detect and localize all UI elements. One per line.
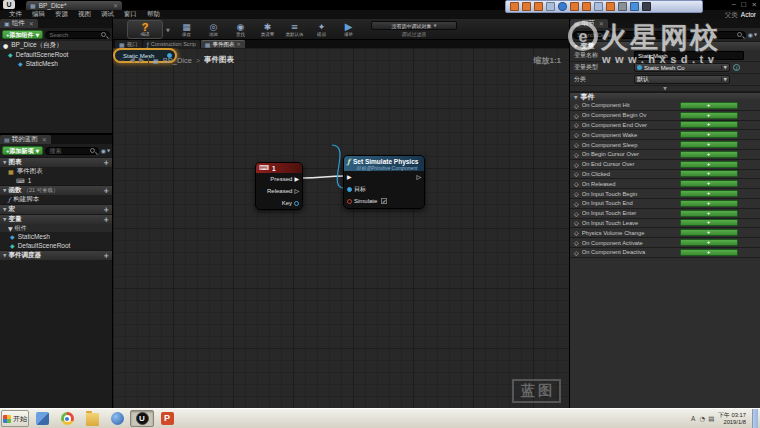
tab-viewport[interactable]: ▦视口	[115, 40, 142, 48]
add-event-button-2[interactable]: +	[680, 121, 738, 128]
exec-pin-released[interactable]: ▷	[294, 188, 299, 194]
add-event-button-11[interactable]: +	[680, 210, 738, 217]
unreal-editor-taskbar-button[interactable]: U	[130, 410, 154, 427]
simulate-input-pin[interactable]	[347, 199, 352, 204]
details-tab-close-icon[interactable]: ✕	[599, 20, 604, 27]
minimize-icon[interactable]: ─	[732, 0, 736, 10]
exec-out-pin[interactable]: ▷	[416, 174, 421, 180]
item-event-graph[interactable]: ▦事件图表	[0, 167, 112, 176]
tab-event-graph[interactable]: ▦事件图表✕	[201, 40, 245, 48]
tray-icon-1[interactable]: ▤	[708, 415, 714, 423]
rec-quick-select-icon[interactable]	[582, 2, 591, 11]
add-section-variables-button[interactable]: +	[103, 216, 109, 224]
add-event-button-1[interactable]: +	[680, 112, 738, 119]
section-functions[interactable]: ▼函数（21 可重载）+	[0, 185, 112, 195]
rec-capture-3-icon[interactable]	[534, 2, 543, 11]
component-bp-dice[interactable]: ●BP_Dice（自身）	[0, 41, 112, 50]
details-search[interactable]	[573, 31, 746, 39]
section-event-dispatchers[interactable]: ▼事件调度器+	[0, 250, 112, 260]
maximize-icon[interactable]: ☐	[741, 0, 747, 10]
rec-broadcast-icon[interactable]	[606, 2, 615, 11]
menu-item-5[interactable]: 窗口	[119, 10, 142, 19]
add-section-graphs-button[interactable]: +	[103, 159, 109, 167]
add-event-button-8[interactable]: +	[680, 180, 738, 187]
simulate-checkbox[interactable]: ✓	[381, 198, 387, 204]
tab-event-graph-close-icon[interactable]: ✕	[236, 41, 240, 47]
debug-object-dropdown[interactable]: 没有选中调试对象▼	[371, 21, 457, 30]
section-graphs[interactable]: ▼图表+	[0, 157, 112, 167]
add-event-button-13[interactable]: +	[680, 229, 738, 236]
save-button[interactable]: ▦保存	[173, 20, 200, 39]
item-default-scene-root[interactable]: ◆DefaultSceneRoot	[0, 241, 112, 250]
tab-my-blueprint[interactable]: ▤ 我的蓝图 ✕	[0, 135, 51, 144]
add-event-button-0[interactable]: +	[680, 102, 738, 109]
breadcrumb-root[interactable]: BP_Dice	[163, 56, 192, 65]
section-variables[interactable]: ▼变量+	[0, 214, 112, 224]
back-icon[interactable]: ◀	[129, 56, 134, 64]
add-section-event-dispatchers-button[interactable]: +	[103, 252, 109, 260]
forward-icon[interactable]: ▶	[139, 56, 144, 64]
start-button[interactable]: 开始	[1, 410, 29, 427]
components-tab-close-icon[interactable]: ✕	[29, 20, 34, 27]
play-button[interactable]: ▶播放	[335, 20, 362, 39]
rec-inactive-2-icon[interactable]	[594, 2, 603, 11]
bookmark-star-icon[interactable]: ☆	[119, 56, 125, 64]
details-search-input[interactable]	[577, 32, 737, 38]
add-new-button[interactable]: +添加新项▼	[2, 146, 43, 155]
target-input-pin[interactable]	[347, 187, 352, 192]
type-info-icon[interactable]: i	[733, 64, 740, 71]
tray-icon-0[interactable]: ◔	[699, 415, 705, 423]
compile-button[interactable]: ? 编译	[127, 20, 163, 39]
powerpoint-taskbar-button[interactable]: P	[155, 410, 179, 427]
variable-type-dropdown[interactable]: Static Mesh Co ▼	[634, 63, 730, 72]
image-viewer-taskbar-button[interactable]	[30, 410, 54, 427]
compile-options-caret-icon[interactable]: ▼	[166, 27, 170, 33]
add-event-button-10[interactable]: +	[680, 200, 738, 207]
add-event-button-14[interactable]: +	[680, 239, 738, 246]
exec-pin-pressed[interactable]: ▶	[294, 176, 299, 182]
my-blueprint-search-input[interactable]	[49, 148, 89, 154]
menu-item-3[interactable]: 视图	[73, 10, 96, 19]
rec-camera-icon[interactable]	[642, 2, 651, 11]
node-key-1-event[interactable]: ⌨ 1 Pressed ▶ Released ▷ Key	[255, 162, 303, 210]
event-graph-canvas[interactable]: ☆ ◀ ▶ ▦ BP_Dice > 事件图表 缩放1:1 Static Mesh…	[113, 48, 569, 408]
chrome-taskbar-button[interactable]	[55, 410, 79, 427]
my-blueprint-search[interactable]	[45, 147, 98, 155]
item-static-mesh[interactable]: ◆StaticMesh	[0, 232, 112, 241]
components-search[interactable]	[45, 31, 110, 39]
taskbar-clock[interactable]: 下午 03:17 2019/1/8	[718, 412, 748, 425]
close-icon[interactable]: ✕	[752, 0, 757, 10]
rec-screens-icon[interactable]	[630, 2, 639, 11]
rec-capture-2-icon[interactable]	[522, 2, 531, 11]
add-event-button-3[interactable]: +	[680, 131, 738, 138]
tab-components[interactable]: ▣ 组件 ✕	[0, 19, 38, 28]
visibility-filter-button[interactable]: ◉▼	[101, 147, 110, 154]
find-button[interactable]: ◉查找	[227, 20, 254, 39]
tab-construction-script[interactable]: ƒConstruction Scrip	[143, 40, 200, 48]
variable-section-header[interactable]: ▼ 变量	[570, 41, 760, 50]
menu-item-1[interactable]: 编辑	[27, 10, 50, 19]
add-event-button-7[interactable]: +	[680, 170, 738, 177]
add-event-button-6[interactable]: +	[680, 161, 738, 168]
section-macros[interactable]: ▼宏+	[0, 204, 112, 214]
menu-item-6[interactable]: 帮助	[142, 10, 165, 19]
variable-name-input[interactable]	[634, 51, 744, 60]
browse-button[interactable]: ◎浏览	[200, 20, 227, 39]
rec-clock-icon[interactable]	[558, 2, 567, 11]
add-section-functions-button[interactable]: +	[103, 187, 109, 195]
ime-language-icon[interactable]: A	[691, 415, 695, 422]
add-event-button-9[interactable]: +	[680, 190, 738, 197]
menu-item-0[interactable]: 文件	[4, 10, 27, 19]
add-section-macros-button[interactable]: +	[103, 206, 109, 214]
component-default-scene-root[interactable]: ◆DefaultSceneRoot	[0, 50, 112, 59]
menu-item-2[interactable]: 资源	[50, 10, 73, 19]
details-view-options-button[interactable]: ◉▼	[748, 31, 757, 38]
add-event-button-4[interactable]: +	[680, 141, 738, 148]
component-static-mesh[interactable]: ◆StaticMesh	[0, 59, 112, 68]
tab-details[interactable]: ▤ 细节 ✕	[570, 19, 608, 28]
subsection-components[interactable]: ▼组件	[0, 224, 112, 232]
asset-tab-close-icon[interactable]: ✕	[113, 2, 118, 9]
class-settings-button[interactable]: ✱类设置	[254, 20, 281, 39]
menu-item-4[interactable]: 调试	[96, 10, 119, 19]
add-event-button-15[interactable]: +	[680, 249, 738, 256]
